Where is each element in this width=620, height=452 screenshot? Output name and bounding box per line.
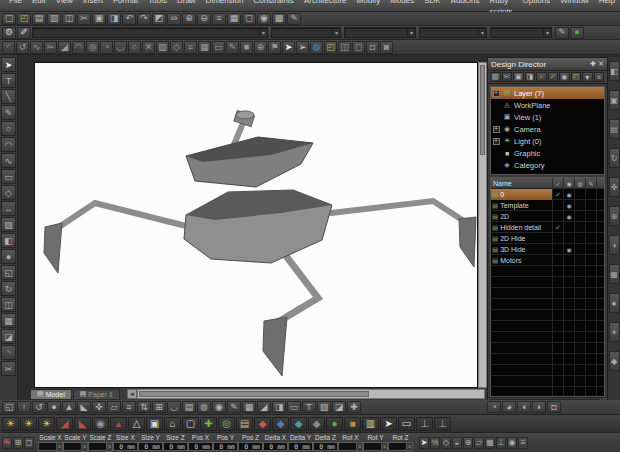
property-combo[interactable]: [32, 27, 268, 38]
trim-tool-icon[interactable]: ✂: [1, 361, 16, 376]
layers-panel-icon[interactable]: ▤: [182, 401, 196, 413]
table-row[interactable]: ▤ Template: [491, 200, 604, 211]
dark-lens-icon[interactable]: ◉: [92, 417, 109, 431]
blank-icon[interactable]: ◻: [242, 13, 256, 25]
frame-box-icon[interactable]: ▢: [182, 417, 199, 431]
green-flask-icon[interactable]: ◎: [218, 417, 235, 431]
lock-cell[interactable]: [574, 211, 585, 222]
vscroll-thumb[interactable]: [480, 65, 485, 155]
red-plane-2-icon[interactable]: ◣: [74, 417, 91, 431]
sphere-3d-icon[interactable]: ●: [1, 249, 16, 264]
draw-pencil-icon[interactable]: ✎: [555, 27, 569, 39]
pen-cell[interactable]: [585, 189, 596, 200]
property-combo[interactable]: [271, 27, 341, 38]
align-tool-icon[interactable]: ≡: [184, 41, 197, 54]
lock-cell[interactable]: [574, 233, 585, 244]
redo-icon[interactable]: ↷: [137, 13, 151, 25]
eye-cell[interactable]: [563, 255, 574, 266]
lock-item-icon[interactable]: ◍: [197, 401, 211, 413]
zoom-out-icon[interactable]: ⊖: [197, 13, 211, 25]
dimension-tool-icon[interactable]: ↔: [1, 201, 16, 216]
window-tool-icon[interactable]: ◱: [2, 401, 16, 413]
link-icon[interactable]: ∞: [167, 13, 181, 25]
no-edit-icon[interactable]: ✎: [2, 437, 12, 449]
white-cursor-icon[interactable]: ➤: [380, 417, 397, 431]
field-value-input[interactable]: 0: [388, 442, 413, 451]
pen-cell[interactable]: [585, 233, 596, 244]
sheet-tab[interactable]: ▤ Paper 1: [73, 389, 120, 400]
layer-name-cell[interactable]: ▤ Hidden detail: [491, 222, 552, 233]
extrude-tool-icon[interactable]: ◱: [1, 265, 16, 280]
stamp-tool-icon[interactable]: ◨: [272, 401, 286, 413]
paste-row-icon[interactable]: ◨: [525, 72, 536, 82]
wedge-tool-icon[interactable]: ◣: [77, 401, 91, 413]
lamp-post-icon[interactable]: ⊥: [416, 417, 433, 431]
knife-tool-icon[interactable]: ◢: [257, 401, 271, 413]
layout-grid-icon[interactable]: ▦: [198, 41, 211, 54]
group-tool-icon[interactable]: ◫: [338, 41, 351, 54]
spot-light-icon[interactable]: ☀: [2, 417, 19, 431]
anchor-tool-icon[interactable]: ⊕: [254, 41, 267, 54]
eye-item-icon[interactable]: ◉: [212, 401, 226, 413]
unlock-tool-icon[interactable]: ◙: [380, 41, 393, 54]
ref-opt-icon[interactable]: ⊕: [463, 437, 473, 449]
lock-cell[interactable]: [574, 222, 585, 233]
white-house-icon[interactable]: ⌂: [164, 417, 181, 431]
save-icon[interactable]: ▤: [32, 13, 46, 25]
white-prism-icon[interactable]: △: [128, 417, 145, 431]
white-frame-icon[interactable]: ▭: [398, 417, 415, 431]
box-3d-icon[interactable]: ◧: [1, 233, 16, 248]
expander-icon[interactable]: [493, 126, 500, 133]
paste-icon[interactable]: ◨: [107, 13, 121, 25]
flag-tool-icon[interactable]: ⚑: [268, 41, 281, 54]
layer-name-cell[interactable]: ▤ 3D Hide: [491, 244, 552, 255]
pen-tool-icon[interactable]: ✎: [287, 13, 301, 25]
paper-box-icon[interactable]: ▥: [362, 417, 379, 431]
color-opt-icon[interactable]: ◒: [452, 437, 462, 449]
robot-3d-model[interactable]: [35, 63, 477, 387]
delete-x-icon[interactable]: ✕: [536, 72, 547, 82]
layer-name-cell[interactable]: ▤ 2D: [491, 211, 552, 222]
check-cell[interactable]: [552, 189, 563, 200]
skew-tool-icon[interactable]: ▱: [107, 401, 121, 413]
lamp-post-2-icon[interactable]: ⊥: [434, 417, 451, 431]
table-row[interactable]: ▤ 3D Hide: [491, 244, 604, 255]
white-cube-icon[interactable]: ▣: [146, 417, 163, 431]
pen-cell[interactable]: [585, 211, 596, 222]
pen-cell[interactable]: [585, 255, 596, 266]
hscroll-thumb[interactable]: [139, 391, 369, 397]
magnet-tool-icon[interactable]: ◡: [167, 401, 181, 413]
scissors-trim-icon[interactable]: ✂: [44, 41, 57, 54]
render-sphere-icon[interactable]: ●: [570, 27, 584, 39]
layer-name-cell[interactable]: ▤ Motors: [491, 255, 552, 266]
clip-c-icon[interactable]: ◖: [517, 401, 531, 413]
frame-tool-icon[interactable]: ▭: [212, 41, 225, 54]
layer-name-cell[interactable]: ▤ Template: [491, 200, 552, 211]
options-icon[interactable]: ▼: [582, 72, 593, 82]
clip-e-icon[interactable]: ◘: [547, 401, 561, 413]
pen-icon[interactable]: ✎: [585, 178, 596, 189]
cut-row-icon[interactable]: ✂: [502, 72, 513, 82]
lock-cell[interactable]: [574, 255, 585, 266]
check-cell[interactable]: [552, 233, 563, 244]
field-value-input[interactable]: 0 mm: [188, 442, 213, 451]
scroll-left-icon[interactable]: [127, 389, 137, 399]
sphere-tool-icon[interactable]: ●: [47, 401, 61, 413]
layer-name-cell[interactable]: ▤ 0: [491, 189, 552, 200]
check-cell[interactable]: [552, 255, 563, 266]
list-view-icon[interactable]: ≡: [594, 72, 605, 82]
rect-tool-icon[interactable]: ▭: [1, 169, 16, 184]
grid-opt-icon[interactable]: ▦: [485, 437, 495, 449]
curve-blend-icon[interactable]: ◡: [114, 41, 127, 54]
field-value-input[interactable]: 0 mm: [263, 442, 288, 451]
close-icon[interactable]: ✕: [598, 60, 604, 68]
select-color-icon[interactable]: ◩: [152, 13, 166, 25]
field-value-input[interactable]: 0 mm: [238, 442, 263, 451]
connect-curve-icon[interactable]: ◠: [72, 41, 85, 54]
property-combo[interactable]: [344, 27, 416, 38]
lock-tool-icon[interactable]: ◘: [366, 41, 379, 54]
folder-layers-icon[interactable]: ◰: [324, 41, 337, 54]
select-arrow-icon[interactable]: ➤: [282, 41, 295, 54]
black-gem-icon[interactable]: ◆: [308, 417, 325, 431]
name-column-header[interactable]: Name: [491, 180, 552, 187]
